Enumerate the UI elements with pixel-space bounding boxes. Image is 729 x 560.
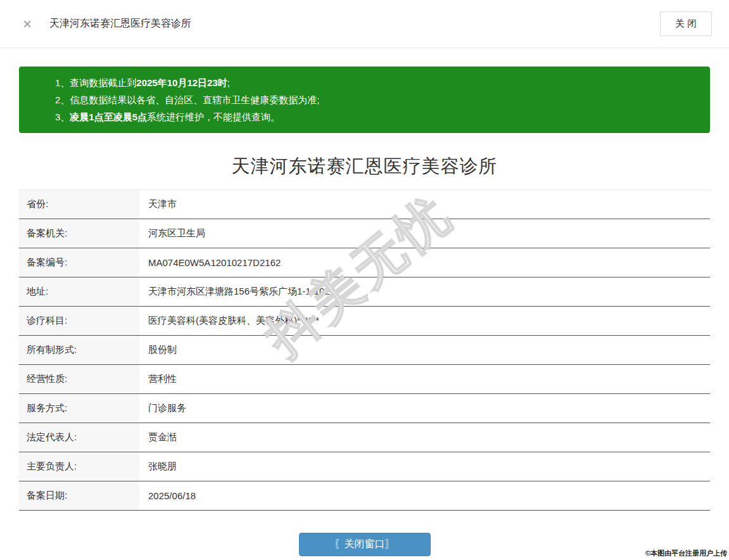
notice-line-2: 2、信息数据结果以各省、自治区、直辖市卫生健康委数据为准; bbox=[55, 91, 697, 108]
notice-text: 3、 bbox=[55, 111, 70, 122]
close-button[interactable]: 关 闭 bbox=[660, 11, 712, 36]
table-row: 省份: 天津市 bbox=[19, 190, 710, 219]
row-label: 诊疗科目: bbox=[19, 307, 139, 335]
table-row: 主要负责人: 张晓朋 bbox=[19, 452, 710, 481]
table-row: 所有制形式: 股份制 bbox=[19, 336, 710, 365]
row-value: 医疗美容科(美容皮肤科、美容外科)****** bbox=[139, 307, 319, 335]
row-label: 法定代表人: bbox=[19, 423, 139, 452]
close-icon[interactable]: × bbox=[23, 16, 32, 32]
row-value: 天津市河东区津塘路156号紫乐广场1-1-102 bbox=[139, 277, 330, 306]
table-row: 法定代表人: 贾金湉 bbox=[19, 423, 710, 452]
notice-line-1: 1、查询数据截止到2025年10月12日23时; bbox=[55, 74, 697, 91]
upload-credit: ©本图由平台注册用户上传 bbox=[645, 549, 727, 558]
row-value: 门诊服务 bbox=[139, 394, 186, 423]
row-label: 地址: bbox=[19, 277, 139, 306]
window-title: 天津河东诺赛汇恩医疗美容诊所 bbox=[49, 17, 660, 30]
table-row: 经营性质: 营利性 bbox=[19, 365, 710, 394]
notice-banner: 1、查询数据截止到2025年10月12日23时; 2、信息数据结果以各省、自治区… bbox=[19, 67, 710, 133]
close-window-button[interactable]: 〖关闭窗口〗 bbox=[299, 533, 431, 556]
row-label: 备案编号: bbox=[19, 248, 139, 277]
notice-text: 1、查询数据截止到 bbox=[55, 77, 136, 88]
page-title: 天津河东诺赛汇恩医疗美容诊所 bbox=[0, 154, 729, 179]
table-row: 诊疗科目: 医疗美容科(美容皮肤科、美容外科)****** bbox=[19, 307, 710, 336]
row-label: 经营性质: bbox=[19, 365, 139, 393]
notice-line-3: 3、凌晨1点至凌晨5点系统进行维护，不能提供查询。 bbox=[55, 108, 697, 125]
row-label: 省份: bbox=[19, 190, 139, 219]
notice-bold-text: 凌晨1点至凌晨5点 bbox=[70, 111, 147, 122]
record-popup: × 天津河东诺赛汇恩医疗美容诊所 关 闭 1、查询数据截止到2025年10月12… bbox=[0, 0, 729, 560]
row-label: 所有制形式: bbox=[19, 336, 139, 364]
row-value: 天津市 bbox=[139, 190, 177, 219]
table-row: 备案编号: MA074E0W5A12010217D2162 bbox=[19, 248, 710, 277]
row-value: 2025/06/18 bbox=[139, 481, 196, 510]
notice-text: ; bbox=[227, 77, 230, 88]
top-bar: × 天津河东诺赛汇恩医疗美容诊所 关 闭 bbox=[0, 0, 729, 48]
row-label: 备案机关: bbox=[19, 219, 139, 248]
table-row: 服务方式: 门诊服务 bbox=[19, 394, 710, 423]
table-row: 备案机关: 河东区卫生局 bbox=[19, 219, 710, 248]
row-label: 备案日期: bbox=[19, 481, 139, 510]
table-row: 地址: 天津市河东区津塘路156号紫乐广场1-1-102 bbox=[19, 277, 710, 307]
row-label: 服务方式: bbox=[19, 394, 139, 423]
row-value: 股份制 bbox=[139, 336, 177, 364]
detail-table: 省份: 天津市 备案机关: 河东区卫生局 备案编号: MA074E0W5A120… bbox=[19, 189, 710, 511]
row-value: 贾金湉 bbox=[139, 423, 177, 452]
notice-text: 系统进行维护，不能提供查询。 bbox=[147, 111, 280, 122]
row-label: 主要负责人: bbox=[19, 452, 139, 481]
notice-text: 2、信息数据结果以各省、自治区、直辖市卫生健康委数据为准; bbox=[55, 94, 320, 105]
row-value: 河东区卫生局 bbox=[139, 219, 205, 248]
row-value: MA074E0W5A12010217D2162 bbox=[139, 248, 281, 277]
button-row: 〖关闭窗口〗 bbox=[0, 533, 729, 556]
notice-bold-text: 2025年10月12日23时 bbox=[136, 77, 227, 88]
row-value: 营利性 bbox=[139, 365, 177, 393]
table-row: 备案日期: 2025/06/18 bbox=[19, 481, 710, 511]
row-value: 张晓朋 bbox=[139, 452, 177, 481]
